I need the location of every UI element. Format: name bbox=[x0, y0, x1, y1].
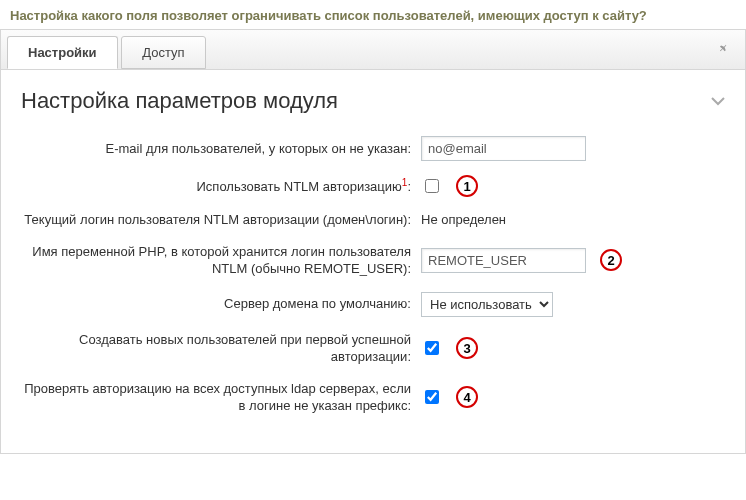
ntlm-login-label: Текущий логин пользователя NTLM авториза… bbox=[21, 211, 421, 229]
row-ntlm-auth: Использовать NTLM авторизацию1: 1 bbox=[21, 175, 725, 197]
row-domain-server: Сервер домена по умолчанию: Не использов… bbox=[21, 292, 725, 317]
marker-4: 4 bbox=[456, 386, 478, 408]
tab-settings[interactable]: Настройки bbox=[7, 36, 118, 69]
settings-panel: Настройка параметров модуля E-mail для п… bbox=[0, 69, 746, 454]
create-users-checkbox[interactable] bbox=[425, 341, 439, 355]
row-ntlm-login: Текущий логин пользователя NTLM авториза… bbox=[21, 211, 725, 229]
marker-2: 2 bbox=[600, 249, 622, 271]
ntlm-sup: 1 bbox=[402, 177, 408, 188]
row-php-var: Имя переменной PHP, в которой хранится л… bbox=[21, 243, 725, 278]
marker-1: 1 bbox=[456, 175, 478, 197]
email-label: E-mail для пользователей, у которых он н… bbox=[21, 140, 421, 158]
row-email: E-mail для пользователей, у которых он н… bbox=[21, 136, 725, 161]
ntlm-login-value: Не определен bbox=[421, 212, 506, 227]
pin-icon[interactable] bbox=[717, 42, 731, 59]
panel-header: Настройка параметров модуля bbox=[21, 88, 725, 114]
create-users-label: Создавать новых пользователей при первой… bbox=[21, 331, 421, 366]
domain-server-label: Сервер домена по умолчанию: bbox=[21, 295, 421, 313]
email-input[interactable] bbox=[421, 136, 586, 161]
collapse-icon[interactable] bbox=[711, 94, 725, 109]
ldap-servers-checkbox[interactable] bbox=[425, 390, 439, 404]
tab-bar: Настройки Доступ bbox=[0, 29, 746, 69]
panel-title: Настройка параметров модуля bbox=[21, 88, 338, 114]
ntlm-label: Использовать NTLM авторизацию1: bbox=[21, 176, 421, 196]
row-ldap-servers: Проверять авторизацию на всех доступных … bbox=[21, 380, 725, 415]
question-text: Настройка какого поля позволяет ограничи… bbox=[0, 0, 746, 29]
ldap-servers-label: Проверять авторизацию на всех доступных … bbox=[21, 380, 421, 415]
php-var-label: Имя переменной PHP, в которой хранится л… bbox=[21, 243, 421, 278]
ntlm-auth-checkbox[interactable] bbox=[425, 179, 439, 193]
tab-access[interactable]: Доступ bbox=[121, 36, 205, 69]
row-create-users: Создавать новых пользователей при первой… bbox=[21, 331, 725, 366]
domain-server-select[interactable]: Не использовать bbox=[421, 292, 553, 317]
php-var-input[interactable] bbox=[421, 248, 586, 273]
marker-3: 3 bbox=[456, 337, 478, 359]
